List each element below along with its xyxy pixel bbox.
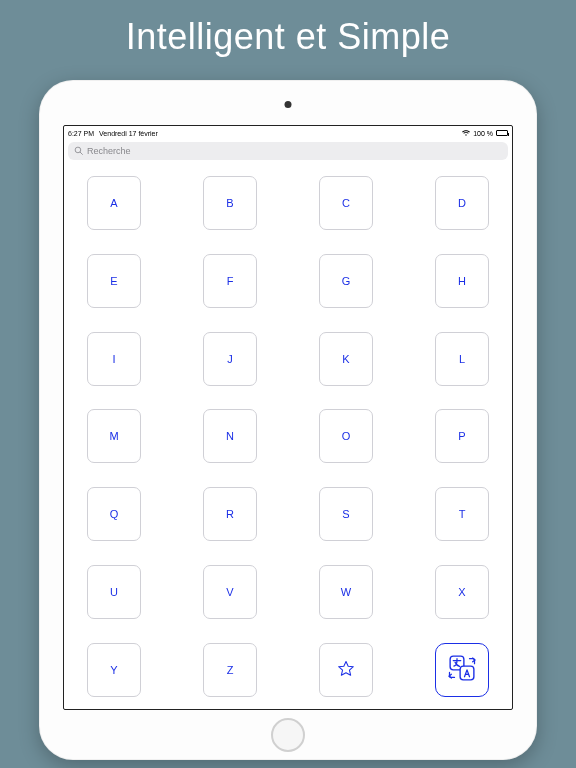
letter-card[interactable]: S [319,487,373,541]
letter-card[interactable]: D [435,176,489,230]
search-icon [74,146,83,157]
favorites-card[interactable] [319,643,373,697]
battery-icon [496,130,508,136]
search-input[interactable]: Recherche [68,142,508,160]
screen: 6:27 PM Vendredi 17 février 100 % Recher… [63,125,513,710]
letter-card[interactable]: A [87,176,141,230]
letter-card[interactable]: H [435,254,489,308]
letter-card[interactable]: K [319,332,373,386]
letter-card[interactable]: M [87,409,141,463]
search-placeholder: Recherche [87,146,131,156]
letter-card[interactable]: L [435,332,489,386]
letter-grid: A B C D E F G H I J K L M N O P Q R S T … [64,164,512,709]
letter-card[interactable]: R [203,487,257,541]
status-time: 6:27 PM [68,130,94,137]
status-date: Vendredi 17 février [99,130,158,137]
letter-card[interactable]: T [435,487,489,541]
letter-card[interactable]: Q [87,487,141,541]
status-bar: 6:27 PM Vendredi 17 février 100 % [64,126,512,140]
home-button[interactable] [271,718,305,752]
translate-icon [447,653,477,687]
letter-card[interactable]: V [203,565,257,619]
letter-card[interactable]: E [87,254,141,308]
letter-card[interactable]: G [319,254,373,308]
letter-card[interactable]: X [435,565,489,619]
svg-rect-3 [460,666,474,680]
letter-card[interactable]: J [203,332,257,386]
tablet-frame: 6:27 PM Vendredi 17 février 100 % Recher… [39,80,537,760]
letter-card[interactable]: I [87,332,141,386]
star-icon [337,660,355,680]
letter-card[interactable]: F [203,254,257,308]
svg-line-1 [80,152,82,154]
letter-card[interactable]: Y [87,643,141,697]
letter-card[interactable]: N [203,409,257,463]
letter-card[interactable]: P [435,409,489,463]
letter-card[interactable]: B [203,176,257,230]
letter-card[interactable]: C [319,176,373,230]
battery-text: 100 % [473,130,493,137]
camera-dot [285,101,292,108]
letter-card[interactable]: Z [203,643,257,697]
translate-button[interactable] [435,643,489,697]
letter-card[interactable]: U [87,565,141,619]
wifi-icon [462,130,470,136]
page-headline: Intelligent et Simple [0,0,576,58]
letter-card[interactable]: W [319,565,373,619]
letter-card[interactable]: O [319,409,373,463]
